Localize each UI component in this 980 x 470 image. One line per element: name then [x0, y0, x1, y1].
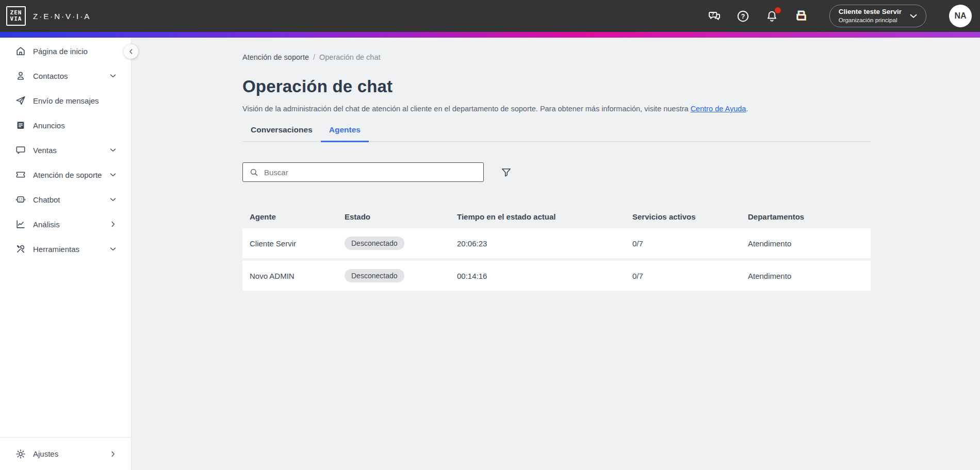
agents-table: Agente Estado Tiempo en el estado actual…: [242, 209, 871, 291]
chat-feedback-icon: ?: [707, 9, 722, 23]
sidebar-item-pagina-de-inicio[interactable]: Página de inicio: [0, 39, 131, 63]
sidebar-item-label: Análisis: [33, 220, 60, 229]
sidebar-item-chatbot[interactable]: Chatbot: [0, 187, 131, 212]
sidebar-item-atencion-de-soporte[interactable]: Atención de soporte: [0, 162, 131, 187]
breadcrumb-separator: /: [313, 53, 315, 61]
chevron-down-icon: [108, 145, 118, 155]
organization-selector-text: Cliente teste Servir Organización princi…: [839, 8, 902, 24]
zenvia-app: ZEN VIA Z·E·N·V·I·A ?: [0, 0, 980, 470]
sidebar-item-analisis[interactable]: Análisis: [0, 212, 131, 237]
organization-selector[interactable]: Cliente teste Servir Organización princi…: [829, 5, 926, 27]
organization-name: Organización principal: [839, 16, 897, 24]
breadcrumb: Atención de soporte / Operación de chat: [242, 53, 871, 61]
sidebar-nav: Página de inicio Contactos: [0, 38, 131, 261]
cell-active-services: 0/7: [625, 239, 741, 248]
sidebar-item-label: Ajustes: [33, 449, 58, 458]
cell-agent-name: Novo ADMIN: [242, 272, 337, 280]
sidebar-item-ventas[interactable]: Ventas: [0, 138, 131, 162]
notifications-button[interactable]: [764, 8, 780, 24]
sidebar-item-label: Chatbot: [33, 195, 60, 204]
tools-icon: [15, 243, 26, 255]
cell-departments: Atendimento: [741, 239, 871, 248]
sidebar-item-label: Ventas: [33, 146, 57, 155]
chevron-down-icon: [108, 195, 118, 204]
topbar: ZEN VIA Z·E·N·V·I·A ?: [0, 0, 980, 32]
description-text: Visión de la administración del chat de …: [242, 105, 691, 113]
chatbot-robot-icon: [15, 194, 26, 205]
settings-gear-icon: [15, 448, 26, 460]
sidebar: Página de inicio Contactos: [0, 38, 132, 470]
search-row: [242, 162, 871, 182]
sales-bubble-icon: [15, 144, 26, 156]
tab-agentes[interactable]: Agentes: [321, 125, 369, 141]
analytics-chart-icon: [15, 219, 26, 230]
sidebar-item-label: Herramientas: [33, 245, 79, 254]
sidebar-item-label: Página de inicio: [33, 47, 88, 56]
table-header-row: Agente Estado Tiempo en el estado actual…: [242, 209, 871, 224]
chevron-down-icon: [108, 71, 118, 80]
svg-text:?: ?: [711, 11, 714, 16]
sidebar-collapse-button[interactable]: [124, 44, 138, 59]
cell-time-in-status: 20:06:23: [450, 239, 625, 248]
cell-departments: Atendimento: [741, 272, 871, 280]
table-row[interactable]: Novo ADMIN Desconectado 00:14:16 0/7 Ate…: [242, 261, 871, 291]
home-icon: [15, 45, 26, 57]
apps-button[interactable]: [793, 8, 809, 24]
sidebar-item-label: Anuncios: [33, 121, 65, 130]
sidebar-item-label: Envío de mensajes: [33, 96, 99, 105]
search-icon: [249, 167, 259, 177]
sidebar-item-herramientas[interactable]: Herramientas: [0, 237, 131, 261]
search-box: [242, 162, 484, 182]
chevron-down-icon: [108, 244, 118, 254]
chevron-right-icon: [108, 220, 118, 229]
topbar-actions: ? ?: [707, 5, 972, 27]
column-header-agente: Agente: [242, 212, 337, 221]
cell-status: Desconectado: [337, 237, 450, 250]
column-header-estado: Estado: [337, 212, 450, 221]
help-icon: ?: [736, 9, 750, 23]
tab-conversaciones[interactable]: Conversaciones: [242, 125, 321, 141]
cell-time-in-status: 00:14:16: [450, 272, 625, 280]
cell-status: Desconectado: [337, 269, 450, 282]
column-header-departamentos: Departamentos: [741, 212, 871, 221]
brand-name: Z·E·N·V·I·A: [33, 12, 91, 21]
help-button[interactable]: ?: [736, 8, 751, 24]
chevron-right-icon: [108, 449, 118, 459]
search-input[interactable]: [264, 168, 477, 177]
sidebar-item-envio-de-mensajes[interactable]: Envío de mensajes: [0, 88, 131, 113]
status-badge: Desconectado: [345, 269, 404, 282]
sidebar-item-label: Contactos: [33, 72, 68, 80]
page-description: Visión de la administración del chat de …: [242, 105, 871, 113]
chevron-down-icon: [908, 10, 919, 22]
apps-printer-icon: [794, 9, 808, 23]
notification-badge: [775, 7, 781, 13]
sidebar-footer: Ajustes: [0, 437, 131, 470]
column-header-tiempo: Tiempo en el estado actual: [450, 212, 625, 221]
status-badge: Desconectado: [345, 237, 404, 250]
user-avatar[interactable]: NA: [949, 5, 972, 27]
cell-agent-name: Cliente Servir: [242, 239, 337, 248]
send-icon: [15, 95, 26, 106]
chevron-down-icon: [108, 170, 118, 179]
logo-line2: VIA: [10, 16, 22, 22]
tab-bar: Conversaciones Agentes: [242, 125, 871, 142]
sidebar-item-label: Atención de soporte: [33, 171, 102, 179]
table-row[interactable]: Cliente Servir Desconectado 20:06:23 0/7…: [242, 228, 871, 258]
brand: ZEN VIA Z·E·N·V·I·A: [6, 6, 91, 26]
help-center-link[interactable]: Centro de Ayuda: [691, 105, 746, 113]
brand-gradient-bar: [0, 32, 980, 38]
funnel-filter-icon: [500, 166, 512, 178]
chat-feedback-button[interactable]: ?: [707, 8, 722, 24]
breadcrumb-parent-link[interactable]: Atención de soporte: [242, 53, 309, 61]
sidebar-item-contactos[interactable]: Contactos: [0, 63, 131, 88]
contacts-icon: [15, 70, 26, 81]
svg-text:?: ?: [741, 12, 745, 20]
sidebar-item-anuncios[interactable]: Anuncios: [0, 113, 131, 138]
support-ticket-icon: [15, 169, 26, 180]
filter-button[interactable]: [500, 166, 512, 178]
main-content: Atención de soporte / Operación de chat …: [132, 38, 980, 470]
column-header-servicios: Servicios activos: [625, 212, 741, 221]
zenvia-logo-icon: ZEN VIA: [6, 6, 26, 26]
sidebar-item-ajustes[interactable]: Ajustes: [0, 438, 131, 470]
cell-active-services: 0/7: [625, 272, 741, 280]
